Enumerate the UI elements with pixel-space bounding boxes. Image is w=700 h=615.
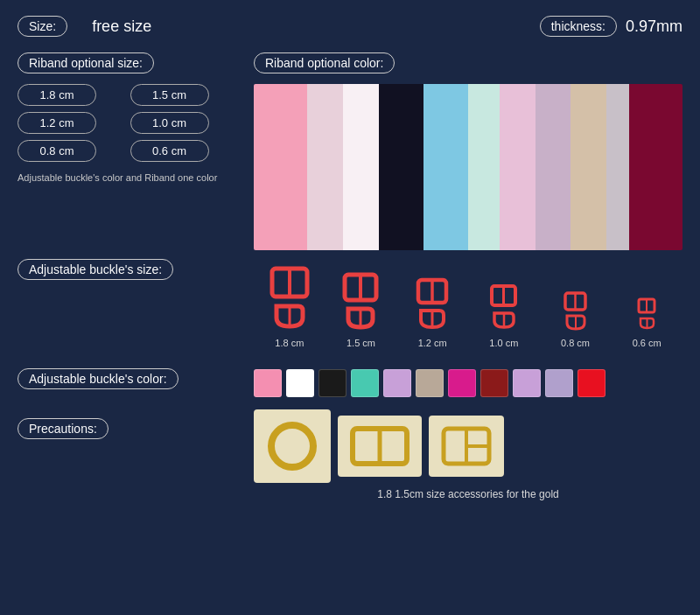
precautions-content: 1.8 1.5cm size accessories for the gold xyxy=(254,409,682,500)
buckle-label-3: 1.2 cm xyxy=(418,338,447,348)
swatch-violet xyxy=(513,369,541,397)
riband-size-6: 0.6 cm xyxy=(130,140,209,162)
gold-buckle-2-icon xyxy=(441,426,492,466)
buckle-col-5: 0.8 cm xyxy=(540,291,612,348)
buckle-label-2: 1.5 cm xyxy=(346,338,375,348)
riband-color-col: Riband optional color: xyxy=(254,52,682,250)
swatch-white xyxy=(286,369,314,397)
riband-header-row: Riband optional size: 1.8 cm 1.5 cm 1.2 … xyxy=(18,52,682,250)
gold-buckle-1-icon xyxy=(350,426,410,466)
gold-buckle-2-container xyxy=(429,416,504,477)
gold-buckle-1-container xyxy=(338,416,422,477)
swatch-magenta xyxy=(448,369,476,397)
riband-size-4: 1.0 cm xyxy=(130,112,209,134)
riband-size-2: 1.5 cm xyxy=(130,84,209,106)
gold-ring-container xyxy=(254,409,331,483)
thickness-badge: thickness: xyxy=(540,16,617,37)
size-badge: Size: xyxy=(18,16,67,37)
buckle-images-row: 1.8 cm 1.5 cm xyxy=(254,266,682,348)
riband-sizes-grid: 1.8 cm 1.5 cm 1.2 cm 1.0 cm 0.8 cm 0.6 c… xyxy=(18,84,236,162)
riband-color-label: Riband optional color: xyxy=(254,52,395,73)
buckle-top-5 xyxy=(564,291,587,311)
buckle-top-3 xyxy=(416,277,449,305)
swatch-taupe xyxy=(416,369,444,397)
buckle-label-4: 1.0 cm xyxy=(489,338,518,348)
size-value: free size xyxy=(92,17,151,36)
buckle-bottom-4 xyxy=(492,311,516,332)
buckle-label-6: 0.6 cm xyxy=(633,338,662,348)
riband-size-1: 1.8 cm xyxy=(18,84,96,106)
buckle-color-label-badge: Adjustable buckle's color: xyxy=(18,368,178,389)
buckle-col-2: 1.5 cm xyxy=(326,272,397,348)
buckle-label-5: 0.8 cm xyxy=(561,338,590,348)
buckle-bottom-5 xyxy=(565,314,586,332)
precautions-label-badge: Precautions: xyxy=(18,418,108,439)
riband-note: Adjustable buckle's color and Riband one… xyxy=(18,171,236,185)
buckle-top-2 xyxy=(342,272,379,303)
buckle-top-6 xyxy=(637,297,656,314)
buckle-bottom-3 xyxy=(418,308,446,332)
swatch-pink xyxy=(254,369,282,397)
buckle-bottom-2 xyxy=(345,305,376,332)
buckle-col-3: 1.2 cm xyxy=(396,277,468,348)
buckle-col-1: 1.8 cm xyxy=(254,266,326,348)
swatch-black xyxy=(318,369,346,397)
thickness-section: thickness: 0.97mm xyxy=(540,16,682,37)
riband-size-5: 0.8 cm xyxy=(18,140,96,162)
svg-point-18 xyxy=(271,425,313,467)
swatch-teal xyxy=(351,369,379,397)
swatch-red xyxy=(578,369,606,397)
thickness-value: 0.97mm xyxy=(626,17,682,36)
riband-size-label: Riband optional size: xyxy=(18,52,154,73)
buckle-col-4: 1.0 cm xyxy=(468,283,540,348)
riband-size-3: 1.2 cm xyxy=(18,112,96,134)
gold-ring-icon xyxy=(266,420,318,472)
buckle-bottom-6 xyxy=(639,317,655,332)
buckle-size-section: Adjustable buckle's size: 1.8 cm xyxy=(18,259,682,348)
buckle-col-6: 0.6 cm xyxy=(611,297,682,348)
riband-color-strip xyxy=(254,84,682,250)
swatch-darkred xyxy=(480,369,508,397)
buckle-top-4 xyxy=(489,283,518,308)
precautions-note: 1.8 1.5cm size accessories for the gold xyxy=(254,488,682,500)
swatch-purple xyxy=(545,369,573,397)
buckle-size-label: Adjustable buckle's size: xyxy=(18,259,173,280)
buckle-bottom-1 xyxy=(272,302,307,332)
riband-size-col: Riband optional size: 1.8 cm 1.5 cm 1.2 … xyxy=(18,52,236,250)
precautions-images xyxy=(254,409,682,483)
buckle-color-section: Adjustable buckle's color: xyxy=(18,360,682,397)
swatch-lavender xyxy=(383,369,411,397)
buckle-top-1 xyxy=(270,266,310,299)
top-row: Size: free size thickness: 0.97mm xyxy=(18,16,682,37)
buckle-color-swatches xyxy=(254,369,682,397)
buckle-label-1: 1.8 cm xyxy=(275,338,304,348)
precautions-section: Precautions: xyxy=(18,409,682,500)
